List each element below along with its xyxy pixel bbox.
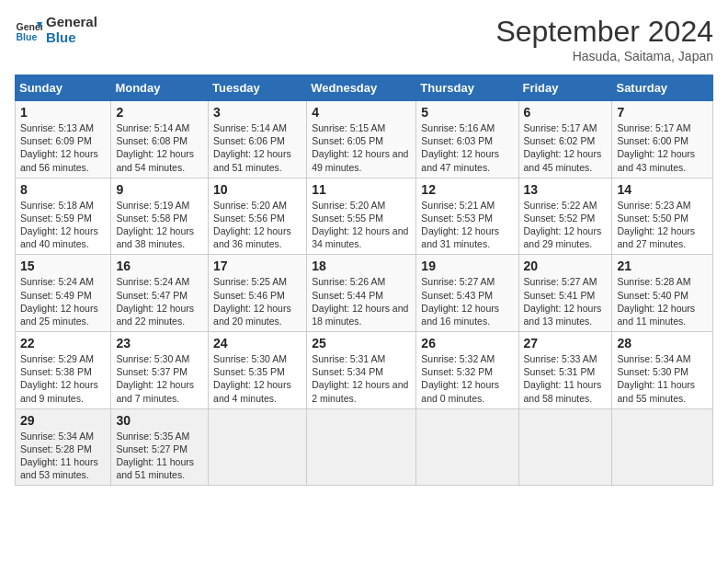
logo-text-line1: General xyxy=(46,15,97,30)
calendar-cell: 21 Sunrise: 5:28 AM Sunset: 5:40 PM Dayl… xyxy=(612,255,713,332)
calendar-cell: 14 Sunrise: 5:23 AM Sunset: 5:50 PM Dayl… xyxy=(612,178,713,255)
day-info: Sunrise: 5:31 AM Sunset: 5:34 PM Dayligh… xyxy=(312,352,411,405)
calendar-cell: 11 Sunrise: 5:20 AM Sunset: 5:55 PM Dayl… xyxy=(307,178,416,255)
calendar-cell: 16 Sunrise: 5:24 AM Sunset: 5:47 PM Dayl… xyxy=(111,255,209,332)
day-info: Sunrise: 5:17 AM Sunset: 6:00 PM Dayligh… xyxy=(617,121,708,174)
calendar-cell: 23 Sunrise: 5:30 AM Sunset: 5:37 PM Dayl… xyxy=(111,332,209,409)
day-number: 13 xyxy=(524,182,608,197)
day-info: Sunrise: 5:34 AM Sunset: 5:30 PM Dayligh… xyxy=(617,352,708,405)
day-info: Sunrise: 5:15 AM Sunset: 6:05 PM Dayligh… xyxy=(312,121,411,174)
day-number: 8 xyxy=(20,182,106,197)
day-number: 22 xyxy=(20,336,106,350)
logo: General Blue General Blue xyxy=(15,15,97,45)
day-number: 20 xyxy=(524,259,608,273)
calendar-cell: 17 Sunrise: 5:25 AM Sunset: 5:46 PM Dayl… xyxy=(209,255,307,332)
calendar-cell: 22 Sunrise: 5:29 AM Sunset: 5:38 PM Dayl… xyxy=(16,332,111,409)
day-info: Sunrise: 5:14 AM Sunset: 6:06 PM Dayligh… xyxy=(213,121,301,174)
day-number: 30 xyxy=(116,413,203,428)
day-info: Sunrise: 5:23 AM Sunset: 5:50 PM Dayligh… xyxy=(617,199,708,251)
header-wednesday: Wednesday xyxy=(307,75,416,101)
calendar-cell: 1 Sunrise: 5:13 AM Sunset: 6:09 PM Dayli… xyxy=(16,101,111,178)
calendar-cell: 18 Sunrise: 5:26 AM Sunset: 5:44 PM Dayl… xyxy=(307,255,416,332)
day-info: Sunrise: 5:20 AM Sunset: 5:55 PM Dayligh… xyxy=(312,199,411,251)
day-info: Sunrise: 5:34 AM Sunset: 5:28 PM Dayligh… xyxy=(20,430,106,482)
day-number: 15 xyxy=(20,259,106,273)
day-info: Sunrise: 5:30 AM Sunset: 5:37 PM Dayligh… xyxy=(116,352,203,405)
day-info: Sunrise: 5:33 AM Sunset: 5:31 PM Dayligh… xyxy=(524,352,608,405)
calendar-cell: 29 Sunrise: 5:34 AM Sunset: 5:28 PM Dayl… xyxy=(16,408,111,486)
calendar-title: September 2024 xyxy=(495,15,713,49)
calendar-cell: 25 Sunrise: 5:31 AM Sunset: 5:34 PM Dayl… xyxy=(307,332,416,409)
day-number: 26 xyxy=(421,336,513,350)
calendar-cell: 13 Sunrise: 5:22 AM Sunset: 5:52 PM Dayl… xyxy=(518,178,612,255)
day-info: Sunrise: 5:35 AM Sunset: 5:27 PM Dayligh… xyxy=(116,430,203,482)
day-number: 27 xyxy=(524,336,608,350)
day-number: 19 xyxy=(421,259,513,273)
day-info: Sunrise: 5:27 AM Sunset: 5:43 PM Dayligh… xyxy=(421,275,513,327)
day-info: Sunrise: 5:25 AM Sunset: 5:46 PM Dayligh… xyxy=(213,275,301,327)
day-number: 18 xyxy=(312,259,411,273)
day-number: 14 xyxy=(617,182,708,197)
calendar-cell xyxy=(518,408,612,486)
logo-icon: General Blue xyxy=(15,17,42,44)
calendar-table: Sunday Monday Tuesday Wednesday Thursday… xyxy=(15,75,713,486)
calendar-cell: 9 Sunrise: 5:19 AM Sunset: 5:58 PM Dayli… xyxy=(111,178,209,255)
day-number: 21 xyxy=(617,259,708,273)
day-number: 12 xyxy=(421,182,513,197)
calendar-cell xyxy=(209,408,307,486)
calendar-cell xyxy=(307,408,416,486)
calendar-body: 1 Sunrise: 5:13 AM Sunset: 6:09 PM Dayli… xyxy=(16,101,713,486)
calendar-cell: 26 Sunrise: 5:32 AM Sunset: 5:32 PM Dayl… xyxy=(416,332,518,409)
calendar-cell: 8 Sunrise: 5:18 AM Sunset: 5:59 PM Dayli… xyxy=(16,178,111,255)
calendar-cell: 28 Sunrise: 5:34 AM Sunset: 5:30 PM Dayl… xyxy=(612,332,713,409)
day-number: 6 xyxy=(524,105,608,120)
calendar-cell xyxy=(612,408,713,486)
day-info: Sunrise: 5:19 AM Sunset: 5:58 PM Dayligh… xyxy=(116,199,203,251)
calendar-cell: 19 Sunrise: 5:27 AM Sunset: 5:43 PM Dayl… xyxy=(416,255,518,332)
day-info: Sunrise: 5:26 AM Sunset: 5:44 PM Dayligh… xyxy=(312,275,411,327)
header-saturday: Saturday xyxy=(612,75,713,101)
calendar-cell: 20 Sunrise: 5:27 AM Sunset: 5:41 PM Dayl… xyxy=(518,255,612,332)
day-info: Sunrise: 5:17 AM Sunset: 6:02 PM Dayligh… xyxy=(524,121,608,174)
day-number: 17 xyxy=(213,259,301,273)
day-number: 25 xyxy=(312,336,411,350)
calendar-cell: 15 Sunrise: 5:24 AM Sunset: 5:49 PM Dayl… xyxy=(16,255,111,332)
day-number: 24 xyxy=(213,336,301,350)
day-number: 7 xyxy=(617,105,708,120)
day-number: 3 xyxy=(213,105,301,120)
header-sunday: Sunday xyxy=(16,75,111,101)
day-number: 10 xyxy=(213,182,301,197)
header-monday: Monday xyxy=(111,75,209,101)
calendar-cell: 27 Sunrise: 5:33 AM Sunset: 5:31 PM Dayl… xyxy=(518,332,612,409)
day-number: 5 xyxy=(421,105,513,120)
calendar-cell: 3 Sunrise: 5:14 AM Sunset: 6:06 PM Dayli… xyxy=(209,101,307,178)
day-info: Sunrise: 5:27 AM Sunset: 5:41 PM Dayligh… xyxy=(524,275,608,327)
header-friday: Friday xyxy=(518,75,612,101)
day-info: Sunrise: 5:29 AM Sunset: 5:38 PM Dayligh… xyxy=(20,352,106,405)
calendar-cell: 7 Sunrise: 5:17 AM Sunset: 6:00 PM Dayli… xyxy=(612,101,713,178)
calendar-cell: 6 Sunrise: 5:17 AM Sunset: 6:02 PM Dayli… xyxy=(518,101,612,178)
calendar-cell: 4 Sunrise: 5:15 AM Sunset: 6:05 PM Dayli… xyxy=(307,101,416,178)
header-tuesday: Tuesday xyxy=(209,75,307,101)
logo-text-line2: Blue xyxy=(46,30,97,46)
day-number: 11 xyxy=(312,182,411,197)
day-number: 28 xyxy=(617,336,708,350)
day-number: 4 xyxy=(312,105,411,120)
day-info: Sunrise: 5:21 AM Sunset: 5:53 PM Dayligh… xyxy=(421,199,513,251)
calendar-cell: 30 Sunrise: 5:35 AM Sunset: 5:27 PM Dayl… xyxy=(111,408,209,486)
calendar-cell: 24 Sunrise: 5:30 AM Sunset: 5:35 PM Dayl… xyxy=(209,332,307,409)
svg-text:Blue: Blue xyxy=(17,30,38,41)
title-block: September 2024 Hasuda, Saitama, Japan xyxy=(495,15,713,63)
calendar-cell: 10 Sunrise: 5:20 AM Sunset: 5:56 PM Dayl… xyxy=(209,178,307,255)
day-info: Sunrise: 5:14 AM Sunset: 6:08 PM Dayligh… xyxy=(116,121,203,174)
day-number: 29 xyxy=(20,413,106,428)
calendar-header: Sunday Monday Tuesday Wednesday Thursday… xyxy=(16,75,713,101)
day-info: Sunrise: 5:16 AM Sunset: 6:03 PM Dayligh… xyxy=(421,121,513,174)
day-number: 2 xyxy=(116,105,203,120)
day-info: Sunrise: 5:24 AM Sunset: 5:49 PM Dayligh… xyxy=(20,275,106,327)
day-info: Sunrise: 5:22 AM Sunset: 5:52 PM Dayligh… xyxy=(524,199,608,251)
day-info: Sunrise: 5:20 AM Sunset: 5:56 PM Dayligh… xyxy=(213,199,301,251)
calendar-cell: 2 Sunrise: 5:14 AM Sunset: 6:08 PM Dayli… xyxy=(111,101,209,178)
calendar-subtitle: Hasuda, Saitama, Japan xyxy=(495,49,713,63)
day-number: 16 xyxy=(116,259,203,273)
